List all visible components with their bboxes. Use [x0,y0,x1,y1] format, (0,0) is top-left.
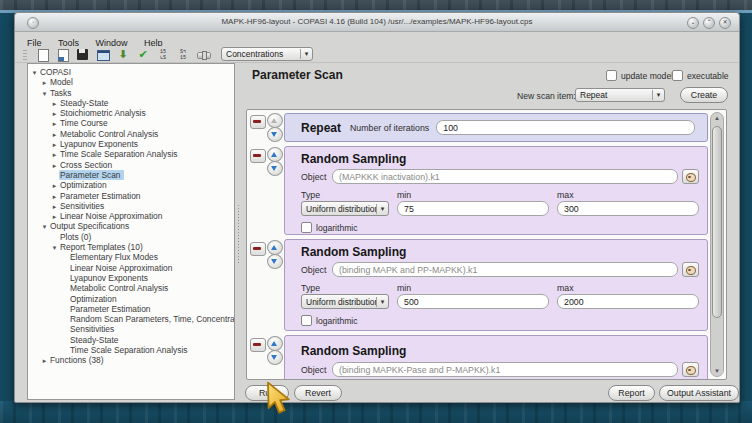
iterations-input[interactable] [436,120,695,135]
close-button[interactable]: ✕ [719,17,731,29]
collapse-arrow-icon[interactable]: ▾ [40,222,49,232]
min-input[interactable] [397,201,549,216]
distribution-select[interactable]: Uniform distribution ▾ [301,294,389,309]
select-object-button[interactable] [682,362,699,377]
move-up-button[interactable] [267,147,283,162]
checkbox-box[interactable] [301,222,312,233]
scroll-up-icon[interactable]: ▲ [712,113,722,123]
remove-scan-item-button[interactable] [250,115,266,129]
tree-item-time-scale-separation-analysis[interactable]: Time Scale Separation Analysis [28,345,234,355]
tree-item-copasi[interactable]: ▾COPASI [28,67,234,77]
tree-item-report-templates-10[interactable]: ▾Report Templates (10) [28,242,234,252]
tree-item-parameter-scan[interactable]: Parameter Scan [28,170,234,180]
new-file-button[interactable] [36,48,50,61]
minus-icon [253,247,261,250]
object-field[interactable] [332,262,678,277]
import-button[interactable]: ⬇ [116,48,130,61]
tree-item-sensitivities[interactable]: Sensitivities [28,324,234,334]
view-mode-select[interactable]: Concentrations ▾ [221,47,313,61]
commit-button[interactable]: ✔ [136,48,150,61]
select-object-button[interactable] [682,169,699,184]
tree-item-model[interactable]: ▸Model [28,77,234,87]
tree-item-lyapunov-exponents[interactable]: ▸Lyapunov Exponents [28,139,234,149]
collapse-arrow-icon[interactable]: ▾ [40,89,49,99]
tree-item-time-course[interactable]: ▸Time Course [28,118,234,128]
select-object-button[interactable] [682,262,699,277]
new-scan-item-label: New scan item: [517,91,576,101]
tree-item-label: Plots (0) [59,232,94,242]
collapse-arrow-icon[interactable]: ▾ [30,68,39,78]
desktop-bottom-strip [0,401,752,423]
move-up-button[interactable] [267,113,283,128]
tree-item-parameter-estimation[interactable]: Parameter Estimation [28,304,234,314]
checkbox-box[interactable] [301,315,312,326]
executable-checkbox[interactable]: executable [672,70,729,81]
remove-scan-item-button[interactable] [250,338,266,352]
move-up-button[interactable] [267,240,283,255]
collapse-arrow-icon[interactable]: ▾ [50,243,59,253]
tree-item-sensitivities[interactable]: ▸Sensitivities [28,201,234,211]
titlebar[interactable]: ◦ MAPK-HF96-layout - COPASI 4.16 (Build … [15,13,739,32]
checkbox-box[interactable] [606,70,617,81]
create-button[interactable]: Create [680,87,728,103]
report-button[interactable]: Report [608,385,655,401]
tree-item-functions-38[interactable]: ▸Functions (38) [28,355,234,365]
expand-arrow-icon[interactable]: ▸ [40,356,49,366]
show-layout-button[interactable] [96,48,110,61]
particle-numbers-button[interactable]: 15 ↳S [156,48,170,61]
new-scan-item-select[interactable]: Repeat ▾ [575,88,665,102]
tree-item-plots-0[interactable]: Plots (0) [28,232,234,242]
run-button[interactable]: Run [245,385,289,401]
move-up-button[interactable] [267,336,283,351]
remove-scan-item-button[interactable] [250,242,266,256]
tree-item-stoichiometric-analysis[interactable]: ▸Stoichiometric Analysis [28,108,234,118]
type-label: Type [301,283,389,293]
minimize-button[interactable]: ⌄ [687,17,699,29]
tree-item-metabolic-control-analysis[interactable]: ▸Metabolic Control Analysis [28,129,234,139]
maximize-button[interactable]: ⌃ [703,17,715,29]
concentration-numbers-button[interactable]: S↰ 15 [176,48,190,61]
tree-item-random-scan-parameters-time-concentrations[interactable]: Random Scan Parameters, Time, Concentrat… [28,314,234,324]
object-field[interactable] [332,169,678,184]
logarithmic-checkbox[interactable]: logarithmic [301,222,358,233]
output-assistant-button[interactable]: Output Assistant [659,385,739,401]
tree-item-lyapunov-exponents[interactable]: Lyapunov Exponents [28,273,234,283]
tree-item-tasks[interactable]: ▾Tasks [28,88,234,98]
tree-item-optimization[interactable]: Optimization [28,294,234,304]
scrollbar-thumb[interactable] [712,126,722,318]
toolbar-handle[interactable] [23,48,27,60]
min-input[interactable] [397,294,549,309]
tree-item-optimization[interactable]: ▸Optimization [28,180,234,190]
object-field[interactable] [332,362,678,377]
logarithmic-checkbox[interactable]: logarithmic [301,315,358,326]
tree-item-elementary-flux-modes[interactable]: Elementary Flux Modes [28,252,234,262]
scroll-down-icon[interactable]: ▼ [712,366,722,376]
tree-item-label: Parameter Scan [59,170,124,180]
checkbox-box[interactable] [672,70,683,81]
tree-item-linear-noise-approximation[interactable]: Linear Noise Approximation [28,263,234,273]
move-down-button[interactable] [267,161,283,176]
update-model-checkbox[interactable]: update model [606,70,673,81]
max-input[interactable] [557,294,699,309]
tree-item-time-scale-separation-analysis[interactable]: ▸Time Scale Separation Analysis [28,149,234,159]
save-button[interactable] [76,48,90,61]
tree-item-output-specifications[interactable]: ▾Output Specifications [28,221,234,231]
tree-item-label: Cross Section [59,160,115,170]
vertical-scrollbar[interactable]: ▲ ▼ [710,112,724,377]
tree-item-steady-state[interactable]: Steady-State [28,335,234,345]
max-input[interactable] [557,201,699,216]
slider-button[interactable] [196,48,210,61]
tree-item-steady-state[interactable]: ▸Steady-State [28,98,234,108]
distribution-select[interactable]: Uniform distribution ▾ [301,201,389,216]
move-down-button[interactable] [267,350,283,365]
remove-scan-item-button[interactable] [250,149,266,163]
revert-button[interactable]: Revert [294,385,342,401]
tree-item-parameter-estimation[interactable]: ▸Parameter Estimation [28,191,234,201]
tree-item-cross-section[interactable]: ▸Cross Section [28,160,234,170]
open-file-button[interactable] [56,48,70,61]
move-down-button[interactable] [267,127,283,142]
tree-item-label: Metabolic Control Analysis [69,283,171,293]
tree-item-linear-noise-approximation[interactable]: ▸Linear Noise Approximation [28,211,234,221]
tree-item-metabolic-control-analysis[interactable]: Metabolic Control Analysis [28,283,234,293]
move-down-button[interactable] [267,254,283,269]
